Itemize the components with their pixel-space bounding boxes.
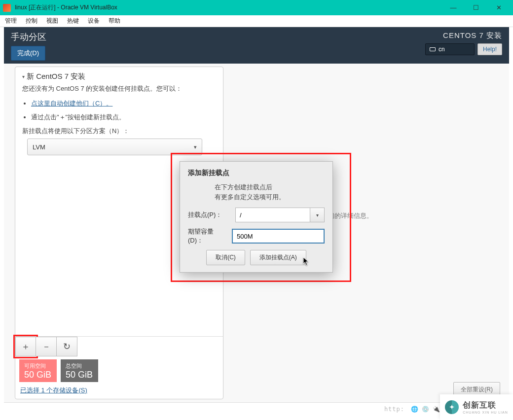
vb-menu-control[interactable]: 控制 bbox=[26, 17, 37, 25]
auto-create-link[interactable]: 点这里自动创建他们（C）。 bbox=[31, 100, 112, 107]
page-title: 手动分区 bbox=[11, 31, 425, 43]
installer-brand: CENTOS 7 安装 bbox=[443, 31, 502, 40]
scheme-select[interactable]: LVM ▾ bbox=[27, 139, 202, 155]
tree-heading[interactable]: ▾ 新 CentOS 7 安装 bbox=[22, 72, 216, 81]
done-button[interactable]: 完成(D) bbox=[11, 46, 45, 61]
total-space-value: 50 GiB bbox=[66, 370, 93, 380]
scheme-value: LVM bbox=[33, 143, 45, 151]
disk-icon[interactable]: 💿 bbox=[421, 405, 429, 413]
watermark-logo: ✦ 创新互联 CHUANG XIN HU LIAN bbox=[440, 394, 513, 420]
watermark-brand: 创新互联 bbox=[463, 400, 508, 411]
keyboard-layout-value: cn bbox=[439, 46, 445, 53]
vb-menu-help[interactable]: 帮助 bbox=[109, 17, 120, 25]
mount-point-label: 挂载点(P)： bbox=[188, 210, 232, 219]
vb-window-title: linux [正在运行] - Oracle VM VirtualBox bbox=[15, 3, 442, 12]
available-space-box: 可用空间 50 GiB bbox=[19, 359, 57, 382]
chevron-down-icon: ▾ bbox=[310, 208, 325, 222]
dialog-title: 添加新挂载点 bbox=[188, 169, 325, 177]
desired-capacity-label: 期望容量(D)： bbox=[188, 227, 229, 245]
vb-menu-manage[interactable]: 管理 bbox=[5, 17, 17, 25]
vb-menu-hotkeys[interactable]: 热键 bbox=[67, 17, 79, 25]
vb-titlebar: linux [正在运行] - Oracle VM VirtualBox — ☐ … bbox=[0, 0, 513, 15]
mount-point-select[interactable]: / ▾ bbox=[235, 208, 325, 222]
add-mount-point-button[interactable]: 添加挂载点(A) bbox=[250, 250, 306, 265]
total-space-label: 总空间 bbox=[66, 362, 93, 370]
window-minimize-button[interactable]: — bbox=[442, 0, 465, 15]
tree-title: 新 CentOS 7 安装 bbox=[27, 72, 85, 81]
remove-mount-button[interactable]: － bbox=[36, 337, 57, 356]
status-http-text: http: bbox=[384, 406, 404, 413]
total-space-box: 总空间 50 GiB bbox=[61, 359, 98, 382]
dialog-description: 在下方创建挂载点后 有更多自定义选项可用。 bbox=[215, 182, 325, 202]
mount-point-value: / bbox=[235, 208, 310, 222]
tree-expand-icon: ▾ bbox=[22, 74, 25, 79]
scheme-label: 新挂载点将使用以下分区方案（N）： bbox=[22, 127, 216, 136]
available-space-value: 50 GiB bbox=[24, 370, 52, 380]
vb-statusbar: http: 🌐 💿 🔌 📁 🔊 🖥 🎥 ⏺ ⌨ bbox=[4, 402, 509, 415]
add-mount-button[interactable]: ＋ bbox=[15, 337, 36, 356]
window-close-button[interactable]: ✕ bbox=[487, 0, 510, 15]
vb-app-icon bbox=[3, 4, 11, 12]
tree-subtitle: 您还没有为 CentOS 7 的安装创建任何挂载点。您可以： bbox=[22, 84, 216, 93]
cancel-button[interactable]: 取消(C) bbox=[206, 250, 245, 265]
add-mount-dialog: 添加新挂载点 在下方创建挂载点后 有更多自定义选项可用。 挂载点(P)： / ▾… bbox=[180, 161, 333, 273]
desired-capacity-input[interactable] bbox=[232, 229, 325, 244]
reload-button[interactable]: ↻ bbox=[57, 337, 77, 356]
net-icon[interactable]: 🌐 bbox=[410, 405, 418, 413]
available-space-label: 可用空间 bbox=[24, 362, 52, 370]
keyboard-layout-select[interactable]: cn bbox=[425, 43, 475, 55]
watermark-icon: ✦ bbox=[445, 400, 459, 414]
watermark-sub: CHUANG XIN HU LIAN bbox=[463, 411, 508, 414]
space-summary: 可用空间 50 GiB 总空间 50 GiB bbox=[15, 356, 223, 384]
keyboard-icon bbox=[430, 47, 436, 51]
help-button[interactable]: Help! bbox=[477, 43, 502, 55]
usb-icon[interactable]: 🔌 bbox=[432, 405, 440, 413]
chevron-down-icon: ▾ bbox=[194, 144, 197, 150]
installer-header: 手动分区 完成(D) CENTOS 7 安装 cn Help! bbox=[4, 27, 509, 66]
vb-menubar: 管理 控制 视图 热键 设备 帮助 bbox=[0, 15, 513, 27]
vb-menu-devices[interactable]: 设备 bbox=[88, 17, 100, 25]
auto-create-bullet: 点这里自动创建他们（C）。 bbox=[31, 99, 216, 108]
partition-toolbar: ＋ － ↻ bbox=[15, 336, 223, 356]
plus-hint-bullet: 通过点击"＋"按钮创建新挂载点。 bbox=[31, 113, 216, 122]
vb-menu-view[interactable]: 视图 bbox=[46, 17, 58, 25]
window-maximize-button[interactable]: ☐ bbox=[465, 0, 487, 15]
selected-devices-link[interactable]: 已选择 1 个存储设备(S) bbox=[20, 386, 87, 394]
